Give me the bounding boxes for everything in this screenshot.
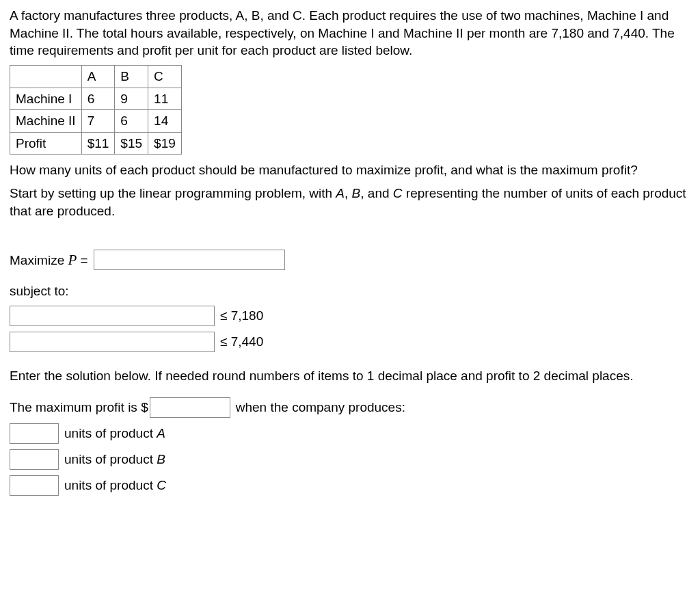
units-B-label: units of product B — [64, 451, 165, 468]
constraint-1-input[interactable] — [10, 306, 215, 326]
var-B: B — [352, 186, 361, 200]
cell: 9 — [115, 88, 148, 110]
data-table: A B C Machine I 6 9 11 Machine II 7 6 14… — [10, 65, 182, 155]
max-profit-prefix: The maximum profit is $ — [10, 399, 148, 416]
cell: 14 — [148, 110, 182, 133]
constraint-1-row: ≤ 7,180 — [10, 306, 690, 326]
units-A-text: units of product — [64, 426, 157, 440]
cell: 7 — [81, 110, 115, 133]
units-C-text: units of product — [64, 478, 157, 492]
row-label: Profit — [10, 132, 82, 155]
sep: , — [345, 186, 352, 200]
setup-text: Start by setting up the linear programmi… — [10, 185, 690, 219]
cell: $19 — [148, 132, 182, 155]
var-B-2: B — [157, 452, 165, 466]
row-label: Machine II — [10, 110, 82, 133]
units-C-row: units of product C — [10, 475, 690, 496]
cell: 11 — [148, 88, 182, 110]
table-header-blank — [10, 65, 82, 88]
var-C-2: C — [157, 478, 166, 492]
maximize-text: Maximize — [10, 253, 68, 267]
question-text: How many units of each product should be… — [10, 161, 690, 179]
constraint-2-row: ≤ 7,440 — [10, 332, 690, 352]
cell: $11 — [81, 132, 115, 155]
var-A: A — [336, 186, 345, 200]
subject-to-label: subject to: — [10, 282, 690, 300]
units-C-label: units of product C — [64, 477, 166, 494]
P-var: P — [68, 252, 77, 268]
units-B-input[interactable] — [10, 449, 59, 470]
intro-text: A factory manufactures three products, A… — [10, 7, 690, 59]
units-B-text: units of product — [64, 452, 157, 466]
max-profit-row: The maximum profit is $ when the company… — [10, 397, 690, 418]
solution-instructions: Enter the solution below. If needed roun… — [10, 367, 690, 385]
cell: 6 — [81, 88, 115, 110]
maximize-label: Maximize P = — [10, 250, 88, 269]
var-A-2: A — [157, 426, 165, 440]
table-row: Profit $11 $15 $19 — [10, 132, 182, 155]
table-row: Machine I 6 9 11 — [10, 88, 182, 110]
and: , and — [360, 186, 393, 200]
cell: $15 — [115, 132, 148, 155]
maximize-row: Maximize P = — [10, 250, 690, 270]
max-profit-suffix: when the company produces: — [236, 399, 405, 416]
equals: = — [77, 253, 88, 267]
units-A-label: units of product A — [64, 425, 165, 442]
table-header-B: B — [115, 65, 148, 88]
constraint-2-input[interactable] — [10, 332, 215, 352]
max-profit-input[interactable] — [150, 397, 230, 418]
cell: 6 — [115, 110, 148, 133]
var-C: C — [393, 186, 403, 200]
table-header-C: C — [148, 65, 182, 88]
setup-prefix: Start by setting up the linear programmi… — [10, 186, 336, 200]
units-B-row: units of product B — [10, 449, 690, 470]
table-header-row: A B C — [10, 65, 182, 88]
units-A-input[interactable] — [10, 423, 59, 444]
table-row: Machine II 7 6 14 — [10, 110, 182, 133]
table-header-A: A — [81, 65, 115, 88]
constraint-2-rhs: ≤ 7,440 — [220, 333, 263, 351]
row-label: Machine I — [10, 88, 82, 110]
objective-input[interactable] — [94, 250, 285, 270]
units-C-input[interactable] — [10, 475, 59, 496]
units-A-row: units of product A — [10, 423, 690, 444]
constraint-1-rhs: ≤ 7,180 — [220, 307, 263, 325]
